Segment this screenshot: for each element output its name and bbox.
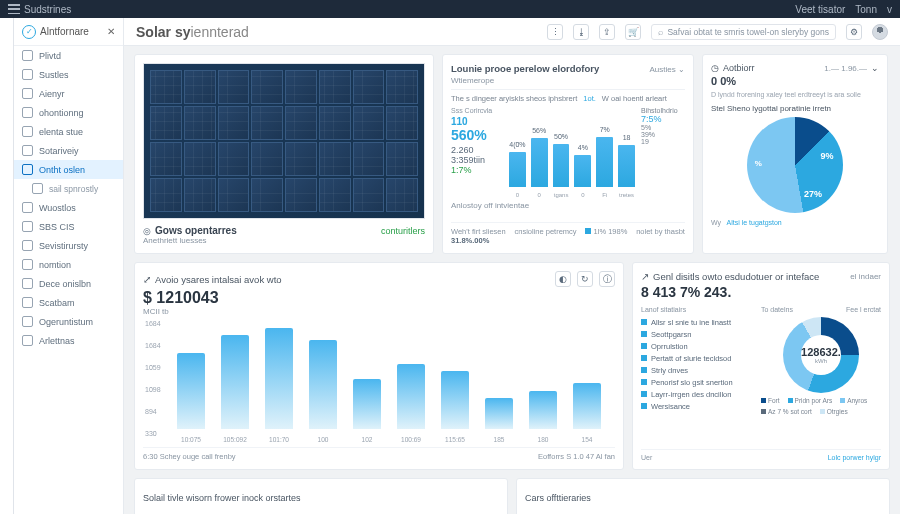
rev-bar: 102 [353,379,381,429]
price-kpis: Sss Corircvla 110 560% 2.260 3:359tiin 1… [451,107,503,191]
stats-item: Strly dnves [641,364,753,376]
target-icon: ◎ [143,226,151,236]
price-bar: 50%tgans [553,144,570,187]
arrow-icon: ↗ [641,271,649,282]
stats-card: ↗ Genl disitls owto esdudotuer or intefa… [632,262,890,470]
sidebar-item-icon [22,164,33,175]
sidebar-item-4[interactable]: elenta stue [14,122,123,141]
price-sub: Wtiemerope [451,76,685,90]
sidebar-item-icon [22,69,33,80]
rev-bar: 154 [573,383,601,429]
stats-item: Wersisance [641,400,753,412]
chevron-down-icon[interactable]: ⌄ [871,63,879,73]
topbar-link-3[interactable]: v [887,4,892,15]
settings-icon[interactable]: ⚙ [846,24,862,40]
sidebar-item-12[interactable]: Dece onislbn [14,274,123,293]
sidebar-item-9[interactable]: SBS CIS [14,217,123,236]
gauge-icon: ◷ [711,63,719,73]
left-rail [0,18,14,514]
sidebar: ✓ Alntfornare ✕ PlivtdSustlesAienyrohont… [14,18,124,514]
panel-link[interactable]: conturitlers [381,226,425,236]
donut-chart: 128632.kWh [783,317,859,393]
action-upload[interactable]: ⇪ [599,24,615,40]
page-title: Solar syiennterad [136,24,249,40]
sidebar-item-1[interactable]: Sustles [14,65,123,84]
brand-logo-icon: ✓ [22,25,36,39]
sidebar-item-icon [22,126,33,137]
sidebar-item-0[interactable]: Plivtd [14,46,123,65]
price-bar: 56%0 [531,138,548,187]
sidebar-item-15[interactable]: Arlettnas [14,331,123,350]
sidebar-item-2[interactable]: Aienyr [14,84,123,103]
search-input[interactable]: ⌕ Safvai obtat te smris towel-on sleryby… [651,24,836,40]
price-bar: 4(0%0 [509,152,526,187]
gauge-label: Aotbiorr [723,63,755,73]
expand-icon[interactable]: ⤢ [143,274,151,285]
sidebar-item-icon [22,88,33,99]
sidebar-item-icon [22,259,33,270]
rev-action-c[interactable]: ⓘ [599,271,615,287]
main: Solar syiennterad ⋮ ⭳ ⇪ 🛒 ⌕ Safvai obtat… [124,18,900,514]
sidebar-item-icon [22,50,33,61]
price-bar: 4%0 [574,155,591,187]
legend-item: Fort [761,397,780,404]
sidebar-title: Alntfornare [40,26,107,37]
footer-card-a: Solail tivle wisorn frower inock orstart… [134,478,508,514]
stats-item: Seottpgarsn [641,328,753,340]
price-card: Lounie prooe perelow elordofory Austies … [442,54,694,254]
legend-item: Otrgies [820,408,848,415]
stats-value: 8 413 7% 243. [641,284,881,300]
rev-value: $ 1210043 [143,289,615,307]
action-more[interactable]: ⋮ [547,24,563,40]
rev-action-b[interactable]: ↻ [577,271,593,287]
topbar: Sudstrines Veet tisator Tonn v [0,0,900,18]
gauge-percent: 0 0% [711,75,879,87]
revenue-card: ⤢ Avoio ysares intalsai avok wto ◐ ↻ ⓘ $… [134,262,624,470]
legend-item: Az 7 % sot cort [761,408,812,415]
menu-icon[interactable] [8,4,20,14]
sidebar-item-5[interactable]: Sotariveiy [14,141,123,160]
sidebar-item-8[interactable]: Wuostlos [14,198,123,217]
rev-bar: 115:65 [441,371,469,429]
sidebar-item-10[interactable]: Sevistirursty [14,236,123,255]
search-icon: ⌕ [658,27,663,37]
close-icon[interactable]: ✕ [107,26,115,37]
stats-item: Pertatt of slurie tecldsod [641,352,753,364]
rev-bar: 100 [309,340,337,429]
action-download[interactable]: ⭳ [573,24,589,40]
sidebar-item-icon [22,335,33,346]
price-bar: 18tretes [618,145,635,187]
action-cart[interactable]: 🛒 [625,24,641,40]
sidebar-item-7[interactable]: sail spnrostly [14,179,123,198]
stats-item: Allsr sl snie tu ine linastt [641,316,753,328]
sidebar-item-icon [22,145,33,156]
rev-title: Avoio ysares intalsai avok wto [155,274,282,285]
sidebar-item-icon [32,183,43,194]
panel-sub: Anethriett luesses [143,236,425,245]
sidebar-item-14[interactable]: Ogeruntistum [14,312,123,331]
dropdown[interactable]: Austies ⌄ [650,65,685,74]
rev-action-a[interactable]: ◐ [555,271,571,287]
sidebar-item-6[interactable]: Ontht oslen [14,160,123,179]
sidebar-item-11[interactable]: nomtion [14,255,123,274]
price-bar-chart: 4(0%056%050%tgans4%07%Fi18tretes [509,107,635,187]
footer-card-b: Cars offttieraries [516,478,890,514]
rev-bar: 180 [529,391,557,429]
pie-chart: 9% 27% % [747,117,843,213]
sidebar-item-3[interactable]: ohontionng [14,103,123,122]
rev-bar: 10:075 [177,353,205,429]
topbar-link-2[interactable]: Tonn [855,4,877,15]
solar-panel-image [143,63,425,219]
avatar[interactable] [872,24,888,40]
stats-item: Penorisf slo gsit snertion [641,376,753,388]
sidebar-item-icon [22,278,33,289]
stats-title: Genl disitls owto esdudotuer or inteface [653,271,819,282]
sidebar-item-13[interactable]: Scatbam [14,293,123,312]
revenue-bar-chart: 168416841059109889433010:075105:092101:7… [143,316,615,447]
topbar-link-1[interactable]: Veet tisator [795,4,845,15]
legend-item: Pridn por Ars [788,397,833,404]
rev-bar: 105:092 [221,335,249,430]
page-header: Solar syiennterad ⋮ ⭳ ⇪ 🛒 ⌕ Safvai obtat… [124,18,900,46]
rev-bar: 185 [485,398,513,430]
price-side: Bihstolhdrio 7:5% 5% 39% 19 [641,107,685,191]
